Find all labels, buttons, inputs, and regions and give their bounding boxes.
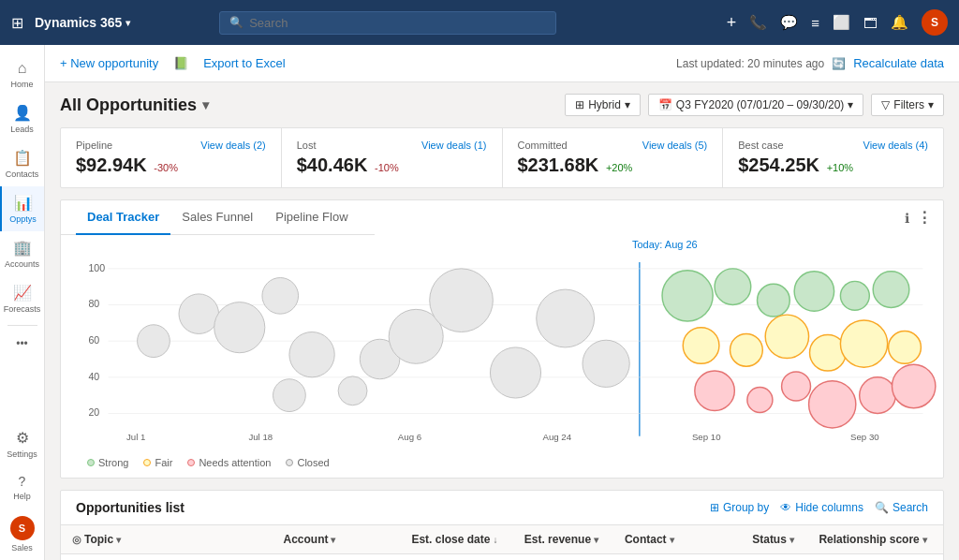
legend-strong: Strong — [87, 457, 128, 468]
tab-sales-funnel[interactable]: Sales Funnel — [170, 200, 264, 235]
sidebar-item-home[interactable]: ⌂ Home — [0, 52, 44, 96]
account-sort-icon[interactable]: ▾ — [331, 535, 335, 545]
group-by-button[interactable]: ⊞ Group by — [710, 501, 769, 514]
date-range-selector[interactable]: 📅 Q3 FY2020 (07/01/20 – 09/30/20) ▾ — [648, 94, 863, 116]
hide-columns-button[interactable]: 👁 Hide columns — [780, 501, 863, 514]
search-icon: 🔍 — [229, 16, 243, 29]
svg-point-45 — [809, 381, 856, 428]
sidebar-item-leads[interactable]: 👤 Leads — [0, 96, 44, 141]
excel-icon: 📗 — [173, 56, 188, 70]
svg-text:100: 100 — [88, 262, 105, 273]
pipeline-view-link[interactable]: View deals (2) — [200, 140, 266, 151]
kpi-cards: Pipeline View deals (2) $92.94K -30% Los… — [60, 127, 944, 188]
svg-point-46 — [860, 377, 896, 414]
legend-fair: Fair — [143, 457, 172, 468]
export-excel-button[interactable]: Export to Excel — [203, 56, 285, 70]
svg-point-47 — [892, 364, 935, 407]
svg-text:40: 40 — [88, 371, 99, 382]
page-header-controls: ⊞ Hybrid ▾ 📅 Q3 FY2020 (07/01/20 – 09/30… — [565, 94, 944, 116]
score-sort-icon[interactable]: ▾ — [922, 535, 927, 545]
new-icon[interactable]: + — [727, 13, 737, 33]
chart-info-icon[interactable]: ℹ — [905, 211, 909, 226]
browser-icon[interactable]: 🗔 — [863, 15, 878, 31]
home-icon: ⌂ — [18, 60, 27, 77]
date-chevron-icon: ▾ — [848, 98, 853, 111]
sidebar-item-opptys[interactable]: 📊 Opptys — [0, 186, 44, 231]
hybrid-view-selector[interactable]: ⊞ Hybrid ▾ — [565, 94, 641, 116]
svg-point-20 — [262, 278, 299, 315]
search-bar[interactable]: 🔍 — [219, 11, 556, 35]
search-input[interactable] — [249, 16, 436, 30]
page-title: All Opportunities ▾ — [60, 96, 209, 115]
svg-text:Sep 30: Sep 30 — [850, 432, 879, 442]
svg-text:Jul 18: Jul 18 — [248, 432, 273, 442]
revenue-sort-icon[interactable]: ▾ — [594, 535, 598, 545]
legend-fair-dot — [143, 459, 151, 466]
window-icon[interactable]: ⬜ — [833, 14, 850, 31]
kpi-lost: Lost View deals (1) $40.46K -10% — [282, 128, 503, 187]
chart-legend: Strong Fair Needs attention Closed — [72, 451, 932, 474]
account-cell: M Margies Travel — [272, 554, 400, 561]
opportunities-title: Opportunities list — [76, 500, 184, 515]
col-close-date: Est. close date ↓ — [400, 525, 512, 554]
svg-point-18 — [179, 294, 219, 334]
sidebar-item-forecasts[interactable]: 📈 Forecasts — [0, 276, 44, 321]
opportunities-actions: ⊞ Group by 👁 Hide columns 🔍 Search — [710, 501, 928, 514]
legend-needs-attention-dot — [187, 459, 195, 466]
chat-icon[interactable]: 💬 — [780, 14, 798, 31]
sidebar-item-more[interactable]: ••• — [0, 330, 44, 358]
svg-point-36 — [683, 328, 719, 364]
app-name[interactable]: Dynamics 365 ▾ — [35, 15, 130, 30]
waffle-menu-icon[interactable]: ⊞ — [11, 14, 23, 32]
list-icon[interactable]: ≡ — [811, 15, 819, 31]
sidebar-item-accounts[interactable]: 🏢 Accounts — [0, 231, 44, 276]
deal-tracker-chart: 100 80 60 40 20 Jul 1 Jul 18 — [72, 243, 932, 449]
svg-point-29 — [583, 340, 629, 387]
col-relationship-score: Relationship score ▾ — [807, 525, 943, 554]
opportunities-section: Opportunities list ⊞ Group by 👁 Hide col… — [60, 490, 944, 560]
svg-text:Jul 1: Jul 1 — [126, 432, 145, 442]
score-cell: ↗ 4.5 — [807, 554, 943, 561]
sidebar-item-help[interactable]: ? Help — [0, 466, 44, 508]
svg-point-30 — [662, 271, 713, 321]
contact-sort-icon[interactable]: ▾ — [670, 535, 674, 545]
search-opps-button[interactable]: 🔍 Search — [875, 501, 928, 514]
topic-sort-icon[interactable]: ▾ — [116, 535, 121, 545]
main-layout: ⌂ Home 👤 Leads 📋 Contacts 📊 Opptys 🏢 Acc… — [0, 45, 959, 560]
committed-view-link[interactable]: View deals (5) — [642, 140, 708, 151]
chart-more-icon[interactable]: ⋮ — [917, 209, 932, 227]
tab-pipeline-flow[interactable]: Pipeline Flow — [264, 200, 359, 235]
tab-deal-tracker[interactable]: Deal Tracker — [76, 200, 170, 235]
filter-icon: ▽ — [881, 98, 890, 111]
col-topic: ◎ Topic ▾ — [61, 525, 272, 554]
action-toolbar: + New opportunity 📗 Export to Excel Last… — [45, 45, 959, 82]
bell-icon[interactable]: 🔔 — [891, 14, 908, 31]
forecasts-icon: 📈 — [13, 284, 32, 302]
filters-button[interactable]: ▽ Filters ▾ — [871, 94, 944, 116]
filter-chevron-icon: ▾ — [928, 98, 934, 111]
recalculate-button[interactable]: Recalculate data — [853, 56, 944, 70]
table-row[interactable]: Expressed interest in Azure capacity M M… — [61, 554, 943, 561]
col-account: Account ▾ — [272, 525, 400, 554]
recalculate-icon: 🔄 — [832, 57, 846, 70]
eye-icon: 👁 — [780, 501, 791, 514]
svg-point-19 — [214, 302, 265, 353]
svg-point-32 — [758, 284, 790, 317]
new-opportunity-button[interactable]: + New opportunity — [60, 56, 158, 70]
svg-point-42 — [695, 371, 735, 411]
user-avatar[interactable]: S — [922, 9, 948, 36]
bestcase-view-link[interactable]: View deals (4) — [863, 140, 929, 151]
status-sort-icon[interactable]: ▾ — [789, 535, 794, 545]
svg-text:20: 20 — [88, 406, 99, 418]
chart-body: Today: Aug 26 100 80 60 40 20 — [61, 235, 943, 478]
sidebar-item-contacts[interactable]: 📋 Contacts — [0, 141, 44, 186]
lost-view-link[interactable]: View deals (1) — [421, 140, 487, 151]
sidebar-item-settings[interactable]: ⚙ Settings — [0, 421, 44, 466]
opptys-icon: 📊 — [14, 194, 33, 212]
page-title-chevron-icon[interactable]: ▾ — [202, 97, 209, 112]
svg-point-28 — [537, 289, 595, 347]
sidebar-item-sales[interactable]: S Sales — [0, 508, 44, 560]
revenue-cell: $30,960.00 — [513, 554, 613, 561]
phone-icon[interactable]: 📞 — [749, 14, 767, 31]
close-date-sort-icon[interactable]: ↓ — [493, 535, 497, 545]
